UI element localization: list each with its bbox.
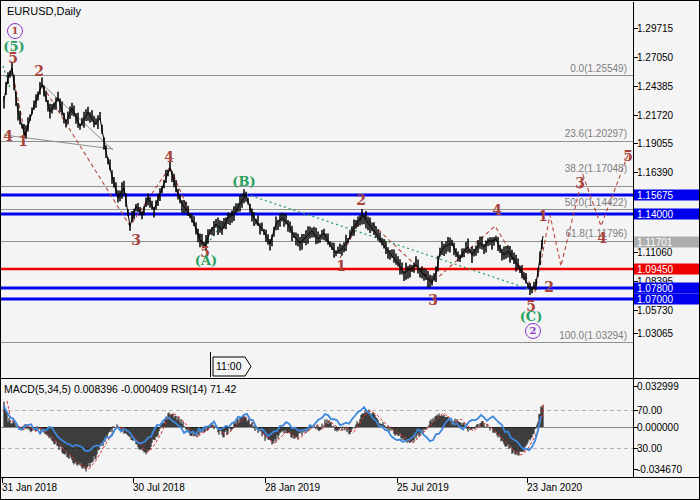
price-axis-tick-label: 1.03065 [637,328,673,339]
price-level-tag: 1.14000 [634,209,699,220]
price-axis-tick-label: 1.11060 [637,247,672,258]
indicator-axis-tick-label: 30.00 [637,443,662,454]
wave-label-green: (5) [3,39,24,54]
wave-label-red: 4 [597,230,607,246]
indicator-axis-tick-label: 70.00 [637,405,662,416]
indicator-axis-tick-label: -0.034670 [637,464,682,475]
wave-label-circled: 1 [7,23,23,39]
price-axis-tick-label: 1.27050 [637,52,673,63]
wave-label-green: (C) [520,309,543,324]
fib-level-label: 0.0(1.25549) [570,63,627,74]
wave-label-red: 4 [3,128,13,144]
wave-label-red: 5 [623,148,633,164]
fib-level-label: 100.0(1.03294) [559,330,627,341]
fib-level-label: 38.2(1.17048) [565,163,627,174]
price-level-tag: 1.07000 [634,294,699,305]
wave-label-red: 1 [18,133,28,149]
price-axis-tick-label: 1.24385 [637,81,673,92]
wave-label-green: (A) [195,253,217,268]
price-level-tag: 1.07800 [634,283,699,294]
time-axis-label: 23 Jan 2020 [527,482,582,493]
wave-label-red: 1 [336,258,346,274]
wave-label-red: 2 [356,192,366,208]
price-level-tag: 1.11701 [634,237,699,248]
price-axis-tick-label: 1.16390 [637,167,673,178]
price-axis-tick-label: 1.05730 [637,305,673,316]
time-axis-label: 31 Jan 2018 [2,482,57,493]
wave-label-red: 1 [538,208,548,224]
wave-label-red: 2 [34,63,44,79]
trading-chart-window: EURUSD,Daily MACD(5,34,5) 0.008396 -0.00… [0,0,700,500]
fib-level-label: 50.0(1.14422) [565,197,627,208]
price-axis-tick-label: 1.19055 [637,138,673,149]
indicator-label: MACD(5,34,5) 0.008396 -0.000409 RSI(14) … [4,383,236,395]
time-axis-label: 25 Jul 2019 [397,482,449,493]
price-level-tag: 1.15675 [634,190,699,201]
indicator-axis-tick-label: 0.032999 [637,381,679,392]
wave-label-red: 4 [164,149,174,165]
price-chart-canvas[interactable] [0,0,700,500]
wave-label-green: (B) [232,174,255,189]
price-axis-tick-label: 1.29715 [637,23,673,34]
price-level-tag: 1.09450 [634,264,699,275]
price-axis-tick-label: 1.21720 [637,110,673,121]
wave-label-red: 2 [544,279,554,295]
wave-label-red: 3 [131,232,141,248]
indicator-axis-tick-label: 0.000000 [637,422,679,433]
time-separator-tag: 11:00 [216,360,242,372]
time-axis-label: 28 Jan 2019 [265,482,320,493]
wave-label-red: 4 [492,202,502,218]
chart-symbol-title: EURUSD,Daily [7,5,81,17]
wave-label-red: 3 [575,175,585,191]
wave-label-circled: 2 [525,323,541,339]
wave-label-red: 3 [428,292,438,308]
time-axis-label: 30 Jul 2018 [133,482,185,493]
fib-level-label: 23.6(1.20297) [565,128,627,139]
